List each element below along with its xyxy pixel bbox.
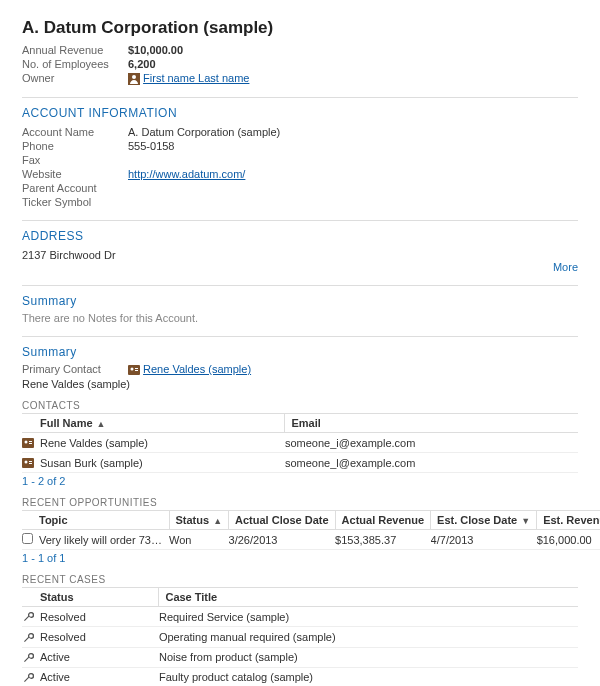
contact-email: someone_l@example.com [285, 453, 578, 473]
parent-account-label: Parent Account [22, 182, 128, 194]
case-status: Active [40, 667, 159, 686]
cases-heading: RECENT CASES [22, 574, 578, 585]
wrench-icon [22, 652, 34, 664]
contacts-col-email[interactable]: Email [285, 414, 578, 433]
employees-value: 6,200 [128, 58, 156, 70]
opp-actual-revenue: $153,385.37 [335, 530, 431, 550]
svg-rect-8 [29, 441, 32, 442]
opp-est-close: 4/7/2013 [431, 530, 537, 550]
contacts-heading: CONTACTS [22, 400, 578, 411]
svg-rect-2 [128, 365, 140, 375]
svg-point-11 [25, 461, 28, 464]
wrench-icon [22, 632, 34, 644]
contacts-pager[interactable]: 1 - 2 of 2 [22, 475, 578, 487]
svg-point-7 [25, 441, 28, 444]
table-row[interactable]: ActiveFaulty product catalog (sample) [22, 667, 578, 686]
opps-col-status[interactable]: Status▲ [169, 511, 229, 530]
owner-link[interactable]: First name Last name [143, 72, 249, 84]
opportunities-heading: RECENT OPPORTUNITIES [22, 497, 578, 508]
summary-notes-heading: Summary [22, 294, 578, 308]
account-info-heading: ACCOUNT INFORMATION [22, 106, 578, 120]
case-status: Active [40, 647, 159, 667]
contacts-col-name[interactable]: Full Name▲ [40, 414, 285, 433]
contact-card-icon [22, 437, 34, 449]
case-title: Required Service (sample) [159, 607, 578, 627]
account-name-label: Account Name [22, 126, 128, 138]
contact-card-icon [22, 457, 34, 469]
person-icon [128, 73, 140, 85]
svg-rect-9 [29, 443, 32, 444]
svg-point-3 [131, 368, 134, 371]
address-line: 2137 Birchwood Dr [22, 249, 578, 261]
primary-contact-link[interactable]: Rene Valdes (sample) [143, 363, 251, 375]
opps-col-erev[interactable]: Est. Revenue [537, 511, 600, 530]
contact-card-icon [128, 364, 140, 376]
website-label: Website [22, 168, 128, 180]
wrench-icon [22, 672, 34, 684]
fax-label: Fax [22, 154, 128, 166]
sort-asc-icon: ▲ [213, 516, 222, 526]
phone-value: 555-0158 [128, 140, 175, 152]
table-row[interactable]: Susan Burk (sample)someone_l@example.com [22, 453, 578, 473]
opportunities-pager[interactable]: 1 - 1 of 1 [22, 552, 578, 564]
case-status: Resolved [40, 607, 159, 627]
case-title: Noise from product (sample) [159, 647, 578, 667]
case-title: Operating manual required (sample) [159, 627, 578, 647]
contact-name: Susan Burk (sample) [40, 453, 285, 473]
opp-est-revenue: $16,000.00 [537, 530, 600, 550]
summary-notes-empty: There are no Notes for this Account. [22, 312, 578, 324]
opps-col-arev[interactable]: Actual Revenue [335, 511, 431, 530]
cases-table: Status Case Title ResolvedRequired Servi… [22, 587, 578, 686]
case-status: Resolved [40, 627, 159, 647]
cases-col-title[interactable]: Case Title [159, 588, 578, 607]
annual-revenue-value: $10,000.00 [128, 44, 183, 56]
row-checkbox[interactable] [22, 533, 33, 544]
employees-label: No. of Employees [22, 58, 128, 70]
svg-rect-4 [135, 368, 138, 369]
primary-contact-label: Primary Contact [22, 363, 128, 376]
address-more-link[interactable]: More [22, 261, 578, 273]
address-heading: ADDRESS [22, 229, 578, 243]
opps-col-topic[interactable]: Topic [39, 511, 169, 530]
svg-rect-5 [135, 370, 138, 371]
opp-actual-close: 3/26/2013 [229, 530, 336, 550]
svg-rect-6 [22, 438, 34, 448]
svg-point-1 [132, 75, 136, 79]
contact-name: Rene Valdes (sample) [40, 433, 285, 453]
annual-revenue-label: Annual Revenue [22, 44, 128, 56]
opps-col-acd[interactable]: Actual Close Date [229, 511, 336, 530]
opp-topic: Very likely will order 73 Produc… [39, 530, 169, 550]
opportunities-table: Topic Status▲ Actual Close Date Actual R… [22, 510, 600, 550]
contacts-table: Full Name▲ Email Rene Valdes (sample)som… [22, 413, 578, 473]
table-row[interactable]: ResolvedRequired Service (sample) [22, 607, 578, 627]
account-name-value: A. Datum Corporation (sample) [128, 126, 280, 138]
table-row[interactable]: Rene Valdes (sample)someone_i@example.co… [22, 433, 578, 453]
svg-rect-12 [29, 461, 32, 462]
summary-main-heading: Summary [22, 345, 578, 359]
case-title: Faulty product catalog (sample) [159, 667, 578, 686]
owner-label: Owner [22, 72, 128, 85]
phone-label: Phone [22, 140, 128, 152]
table-row[interactable]: ActiveNoise from product (sample) [22, 647, 578, 667]
ticker-label: Ticker Symbol [22, 196, 128, 208]
website-link[interactable]: http://www.adatum.com/ [128, 168, 245, 180]
cases-col-status[interactable]: Status [40, 588, 159, 607]
svg-rect-10 [22, 458, 34, 468]
sort-asc-icon: ▲ [97, 419, 106, 429]
table-row[interactable]: Very likely will order 73 Produc…Won3/26… [22, 530, 600, 550]
sort-desc-icon: ▼ [521, 516, 530, 526]
svg-rect-13 [29, 463, 32, 464]
contact-email: someone_i@example.com [285, 433, 578, 453]
table-row[interactable]: ResolvedOperating manual required (sampl… [22, 627, 578, 647]
primary-contact-name-line: Rene Valdes (sample) [22, 378, 578, 390]
record-title: A. Datum Corporation (sample) [22, 18, 578, 38]
opps-col-ecd[interactable]: Est. Close Date▼ [431, 511, 537, 530]
wrench-icon [22, 611, 34, 623]
opp-status: Won [169, 530, 229, 550]
